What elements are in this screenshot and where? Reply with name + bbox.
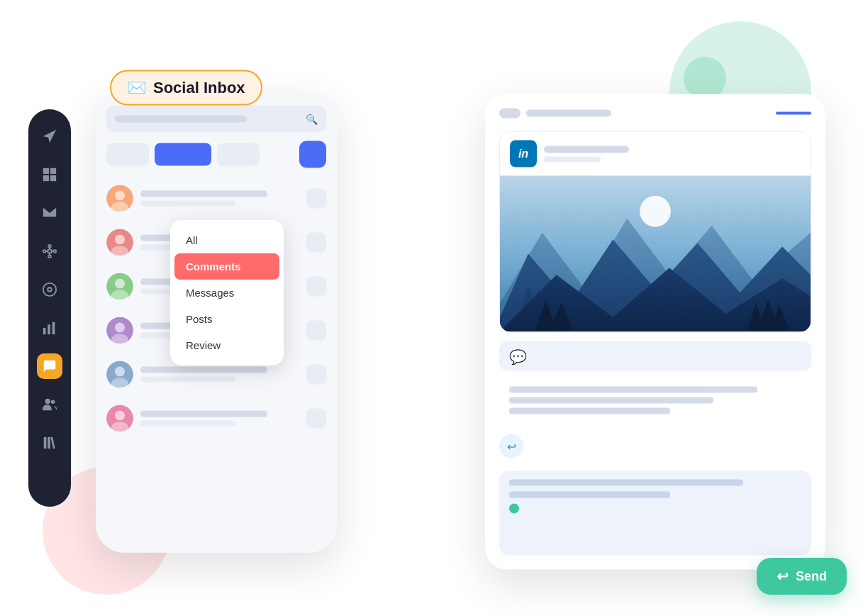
decorative-circle-green-small [684,57,726,99]
linkedin-subtitle [544,156,601,162]
message-item[interactable] [106,180,326,218]
send-button[interactable]: ↩ Send [757,558,847,595]
svg-point-8 [48,255,51,258]
svg-rect-21 [48,437,50,449]
send-icon: ↩ [777,568,789,585]
dropdown-item-posts[interactable]: Posts [170,306,284,332]
svg-rect-3 [50,175,56,181]
rp-name [526,110,611,117]
message-badge [306,189,326,209]
sidebar-item-team[interactable] [37,392,62,417]
message-badge [306,365,326,385]
filter-tab-active[interactable] [155,143,211,166]
search-bar[interactable]: 🔍 [106,106,326,133]
green-dot-indicator [509,504,519,514]
filter-tab-1[interactable] [106,143,149,166]
phone-right-panel: in [485,94,825,570]
sidebar-item-dashboard[interactable] [37,162,62,187]
search-icon: 🔍 [306,114,318,125]
sidebar-item-social-inbox[interactable] [37,353,62,379]
linkedin-name-lines [544,145,629,162]
svg-point-19 [51,400,55,405]
mountain-illustration [500,176,811,332]
input-line [509,480,743,486]
comment-area: 💬 [499,341,811,371]
sidebar-item-inbox[interactable] [37,200,62,226]
svg-point-41 [640,196,671,227]
filter-tabs [106,141,326,168]
send-button-label: Send [796,569,827,584]
message-badge [306,409,326,429]
linkedin-post-card: in [499,131,811,333]
svg-point-4 [48,249,52,253]
sidebar-item-library[interactable] [37,430,62,456]
svg-point-14 [48,287,52,292]
svg-rect-2 [43,175,49,181]
right-panel-header [499,109,811,119]
linkedin-logo: in [510,141,537,167]
dropdown-item-review[interactable]: Review [170,332,284,358]
message-badge [306,321,326,341]
dropdown-item-messages[interactable]: Messages [170,280,284,306]
sidebar-item-publish[interactable] [37,123,62,149]
reply-input-area[interactable] [499,471,811,556]
svg-point-29 [115,279,125,289]
post-content-lines [499,380,811,422]
input-line [509,492,670,498]
svg-point-32 [115,323,125,333]
post-line [509,408,670,414]
sidebar-item-support[interactable] [37,277,62,302]
filter-button[interactable] [299,141,326,168]
search-fill [115,116,247,123]
post-image [500,176,811,332]
post-line [509,397,713,404]
svg-rect-0 [43,168,49,174]
svg-point-5 [43,250,46,253]
reply-icon[interactable]: ↩ [499,434,523,458]
post-line [509,387,757,393]
social-inbox-title: Social Inbox [153,79,245,97]
linkedin-header: in [500,132,811,176]
message-badge [306,233,326,253]
dropdown-item-all[interactable]: All [170,227,284,253]
dropdown-item-comments[interactable]: Comments [174,253,279,280]
svg-point-6 [54,250,57,253]
svg-rect-15 [43,328,46,334]
svg-point-26 [115,235,125,245]
filter-tab-3[interactable] [217,143,260,166]
linkedin-name [544,145,629,153]
filter-dropdown: All Comments Messages Posts Review [170,220,284,365]
message-item[interactable] [106,400,326,438]
sidebar [28,109,71,507]
svg-point-38 [115,411,125,421]
message-badge [306,277,326,297]
svg-point-13 [43,283,56,296]
rp-header-line [776,112,811,115]
svg-rect-1 [50,168,56,174]
envelope-icon: ✉️ [127,79,146,97]
reply-section: ↩ [499,430,811,463]
sidebar-item-connect[interactable] [37,238,62,264]
svg-point-23 [115,191,125,201]
rp-avatar [499,109,521,119]
svg-point-35 [115,367,125,377]
sidebar-item-analytics[interactable] [37,315,62,341]
svg-rect-16 [48,324,50,334]
svg-rect-20 [44,437,47,449]
comment-bubble-icon: 💬 [509,348,525,364]
rp-header-left [499,109,611,119]
svg-point-18 [45,399,50,404]
social-inbox-badge: ✉️ Social Inbox [110,70,262,106]
svg-point-7 [48,245,51,248]
svg-rect-17 [52,322,55,334]
